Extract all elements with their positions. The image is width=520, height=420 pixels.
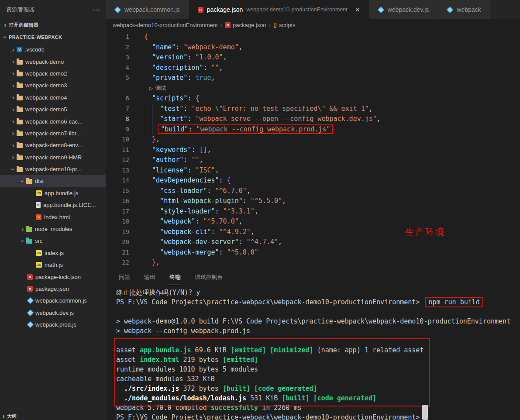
folder-icon — [17, 72, 23, 76]
panel-tab-terminal[interactable]: 终端 — [169, 269, 182, 285]
more-actions-icon[interactable]: ⋯ — [93, 6, 100, 14]
text: : — [215, 207, 223, 215]
code-line[interactable]: 13 "license": "ISC", — [106, 165, 520, 176]
breadcrumb-item[interactable]: package.json — [225, 22, 266, 28]
tab-webpack.common.js[interactable]: webpack.common.js — [106, 0, 189, 19]
tree-item-label: webpack-demo — [25, 59, 64, 65]
tree-item-webpack-demo[interactable]: webpack-demo — [0, 55, 106, 67]
text: cacheable modules 532 KiB — [116, 375, 215, 383]
tree-item-.vscode[interactable]: .vscode — [0, 44, 106, 55]
code-line[interactable]: 14 "devDependencies": { — [106, 176, 520, 186]
text: : — [203, 64, 211, 72]
text: "scripts" — [152, 94, 187, 102]
tree-item-index.js[interactable]: index.js — [0, 247, 106, 259]
tree-item-webpack-demo10-pr...[interactable]: webpack-demo10-pr... — [0, 163, 106, 175]
tree-item-index.html[interactable]: index.html — [0, 211, 106, 223]
code-line[interactable]: 7 "test": "echo \"Error: no test specifi… — [106, 104, 520, 114]
text: } — [152, 135, 156, 143]
terminal-line: cacheable modules 532 KiB — [116, 374, 520, 384]
tree-item-webpack-demo7-libr...[interactable]: webpack-demo7-libr... — [0, 127, 106, 139]
breadcrumb-item[interactable]: webpack-demo10-productionEnvironment — [113, 22, 218, 28]
line-number: 22 — [106, 258, 129, 268]
panel-tab-problems[interactable]: 问题 — [118, 269, 131, 285]
code-text: "webpack": "^5.70.0", — [144, 217, 243, 227]
code-line[interactable]: 10 }, — [106, 134, 520, 145]
tree-item-webpack-demo2[interactable]: webpack-demo2 — [0, 68, 106, 79]
terminal-line: ./node_modules/lodash/lodash.js 531 KiB … — [116, 393, 520, 403]
tree-item-app.bundle.js[interactable]: app.bundle.js — [0, 187, 106, 199]
code-line[interactable]: 16 "html-webpack-plugin": "^5.5.0", — [106, 196, 520, 207]
terminal-line: runtime modules 1010 bytes 5 modules — [116, 365, 520, 374]
tree-item-webpack.prod.js[interactable]: webpack.prod.js — [0, 319, 106, 330]
code-text: "version": "1.0.0", — [144, 52, 227, 63]
tree-item-webpack.common.js[interactable]: webpack.common.js — [0, 295, 106, 306]
code-line[interactable]: 20 "webpack-dev-server": "^4.7.4", — [106, 237, 520, 248]
terminal-line: asset index.html 219 bytes [emitted] — [116, 355, 520, 365]
panel-tab-output[interactable]: 输出 — [143, 269, 156, 285]
code-line[interactable]: 12 "author": "", — [106, 155, 520, 165]
tree-item-label: package.json — [35, 286, 69, 292]
chevron-right-icon — [19, 226, 26, 233]
code-line[interactable]: 2 "name": "webpack-demo", — [106, 42, 520, 53]
tree-item-webpack-demo8-env...[interactable]: webpack-demo8-env... — [0, 139, 106, 151]
tree-item-package-lock.json[interactable]: package-lock.json — [0, 271, 106, 282]
text: , — [223, 53, 227, 61]
text: : — [187, 74, 195, 82]
tree-item-dist[interactable]: dist — [0, 175, 106, 187]
tree-item-src[interactable]: src — [0, 235, 106, 247]
code-line[interactable]: 17 "style-loader": "^3.3.1", — [106, 207, 520, 217]
tree-item-webpack.dev.js[interactable]: webpack.dev.js — [0, 307, 106, 319]
text: "^3.3.1" — [223, 207, 255, 215]
code-line[interactable]: 11 "keywords": [], — [106, 145, 520, 155]
tree-item-label: webpack.dev.js — [35, 310, 74, 316]
tree-item-node_modules[interactable]: node_modules — [0, 223, 106, 235]
code-line[interactable]: 调试 — [106, 83, 520, 94]
tree-item-webpack-demo3[interactable]: webpack-demo3 — [0, 79, 106, 91]
tab-bar: webpack.common.jspackage.jsonwebpack-dem… — [106, 0, 520, 19]
tree-item-label: node_modules — [35, 226, 72, 232]
terminal-line: PS F:\VS Code Projects\practice-webpack\… — [116, 297, 520, 307]
tree-item-webpack-demo4[interactable]: webpack-demo4 — [0, 92, 106, 103]
text: , — [239, 43, 243, 51]
code-line[interactable]: 1{ — [106, 32, 520, 42]
breadcrumb-item[interactable]: scripts — [273, 22, 296, 28]
code-line[interactable]: 18 "webpack": "^5.70.0", — [106, 217, 520, 227]
code-line[interactable]: 8 "start": "webpack serve --open --confi… — [106, 114, 520, 124]
tree-item-webpack-demo6-cac...[interactable]: webpack-demo6-cac... — [0, 115, 106, 127]
code-line[interactable]: 21 "webpack-merge": "^5.8.0" — [106, 248, 520, 258]
line-number: 12 — [106, 155, 129, 165]
webpack-icon — [27, 321, 34, 328]
tree-item-app.bundle.js.LICE...[interactable]: app.bundle.js.LICE... — [0, 199, 106, 211]
workspace-header[interactable]: PRACTICE-WEBPACK — [0, 31, 106, 44]
text: "private" — [152, 74, 187, 82]
folder-icon — [17, 167, 23, 172]
text: : — [191, 146, 199, 154]
tree-item-webpack-demo5[interactable]: webpack-demo5 — [0, 103, 106, 115]
code-line[interactable]: 3 "version": "1.0.0", — [106, 52, 520, 63]
terminal[interactable]: 终止批处理操作吗(Y/N)? yPS F:\VS Code Projects\p… — [106, 285, 520, 420]
tab-webpack[interactable]: webpack — [438, 0, 490, 19]
code-line[interactable]: 4 "description": "", — [106, 63, 520, 73]
tree-item-webpack-demo9-HMR[interactable]: webpack-demo9-HMR — [0, 151, 106, 163]
tree-item-package.json[interactable]: package.json — [0, 283, 106, 295]
outline-header[interactable]: 大纲 — [0, 412, 106, 420]
code-line[interactable]: 22 }, — [106, 258, 520, 268]
code-line[interactable]: 9 "build": "webpack --config webpack.pro… — [106, 124, 520, 135]
text: : — [211, 228, 219, 236]
tab-package.json[interactable]: package.jsonwebpack-demo10-productionEnv… — [189, 0, 369, 19]
code-line[interactable]: 19 "webpack-cli": "^4.9.2", — [106, 227, 520, 238]
terminal-line: asset app.bundle.js 69.6 KiB [emitted] [… — [116, 345, 520, 355]
code-line[interactable]: 5 "private": true, — [106, 73, 520, 83]
open-editors-header[interactable]: 打开的编辑器 — [0, 19, 106, 31]
tab-webpack.dev.js[interactable]: webpack.dev.js — [369, 0, 438, 19]
code-line[interactable]: 6 "scripts": { — [106, 93, 520, 104]
tree-item-math.js[interactable]: math.js — [0, 259, 106, 271]
close-icon[interactable]: × — [355, 6, 360, 14]
chevron-right-icon — [10, 70, 17, 77]
npm-icon — [27, 286, 33, 292]
panel-tab-debug-console[interactable]: 调试控制台 — [194, 269, 224, 285]
code-line[interactable]: 15 "css-loader": "^6.7.0", — [106, 186, 520, 196]
scrollbar-thumb[interactable] — [422, 405, 428, 420]
editor[interactable]: 1{2 "name": "webpack-demo",3 "version": … — [106, 31, 520, 269]
run-icon[interactable] — [149, 83, 153, 94]
